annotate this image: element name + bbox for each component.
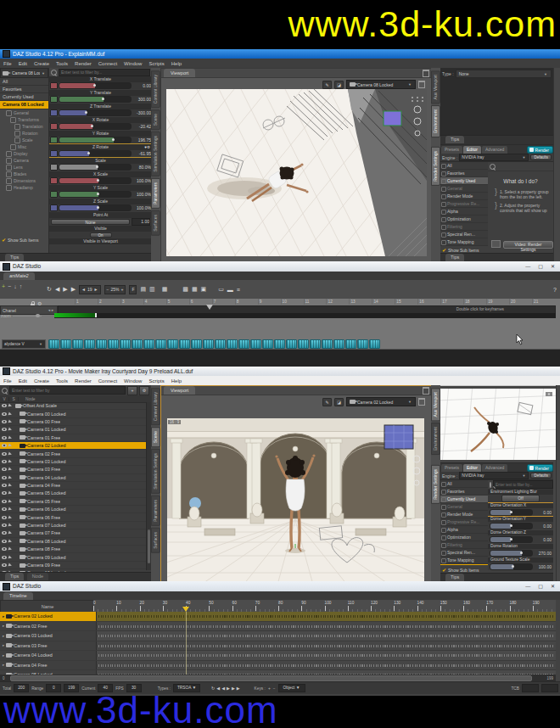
remove-icon[interactable]: − (8, 283, 11, 289)
scene-row[interactable]: Camera 07 Locked (0, 522, 147, 529)
plus-icon[interactable]: + (120, 287, 123, 292)
slider-handle[interactable] (512, 565, 514, 568)
dock-tab-render-settings[interactable]: Render Settings (431, 465, 440, 504)
param-tree-item[interactable]: Camera (0, 157, 48, 164)
filter-input[interactable] (59, 69, 150, 76)
aniblock[interactable] (108, 339, 119, 349)
trash-icon[interactable]: ▭ (218, 286, 224, 293)
render-tab[interactable]: Editor (463, 464, 481, 472)
pointer-icon[interactable] (8, 468, 12, 472)
aniblock[interactable] (48, 339, 59, 349)
dock-tab[interactable]: Aux Viewport (431, 70, 440, 104)
list-icon[interactable]: ≡ (237, 287, 240, 293)
scene-row[interactable]: Camera 00 Locked (0, 410, 147, 417)
slider-value[interactable]: 80.0% (132, 165, 151, 170)
close-button[interactable]: ✕ (551, 581, 555, 591)
dock-tab[interactable]: Simulation Settings (151, 132, 160, 176)
show-sub-items[interactable]: ✔ Show Sub Items (2, 237, 38, 243)
slider-handle[interactable] (97, 206, 99, 209)
menu-item[interactable]: Connect (98, 61, 117, 66)
tips-tab[interactable]: Tips (5, 254, 24, 261)
pointer-icon[interactable] (8, 523, 12, 527)
scene-row[interactable]: Camera 03 Locked (0, 458, 147, 466)
track-name-cell[interactable]: ▸ Camera 02 Locked (0, 612, 97, 621)
draw-style-icon[interactable]: ✎ (322, 81, 332, 89)
keyframe-track[interactable] (97, 661, 556, 670)
property-group[interactable]: Render Mode (440, 511, 488, 518)
aniblock[interactable] (333, 339, 344, 349)
slider-value[interactable]: 100.0% (132, 192, 151, 197)
property-value[interactable]: 0.00 (535, 537, 552, 542)
defaults-button[interactable]: Defaults (530, 154, 552, 160)
param-tree-item[interactable]: Display (0, 150, 48, 157)
dock-tab[interactable]: Parameters (151, 496, 160, 526)
aniblock[interactable] (322, 339, 333, 349)
dock-tab[interactable]: Content Library (151, 388, 160, 425)
aniblock[interactable] (120, 339, 131, 349)
menu-item[interactable]: Create (34, 378, 49, 384)
property-group[interactable]: Currently Used (440, 177, 488, 185)
dock-icon[interactable] (423, 70, 429, 77)
viewport-3d-scene-topdown[interactable] (166, 89, 427, 256)
render-tab[interactable]: Advanced (482, 464, 507, 472)
scene-row[interactable]: Camera 09 Locked (0, 553, 147, 561)
dock-icon[interactable] (423, 387, 429, 395)
expander-icon[interactable]: ▸ (3, 614, 4, 619)
slider-handle[interactable] (520, 552, 523, 554)
property-value[interactable]: Off (501, 495, 540, 502)
eye-icon[interactable] (2, 531, 7, 535)
dock-tab[interactable]: Content Library (151, 70, 160, 108)
dock-tab[interactable]: Environment (431, 423, 440, 455)
render-button[interactable]: Render (527, 146, 553, 154)
skip-end-icon[interactable]: ▶ (71, 286, 76, 293)
property-group[interactable]: Favorites (440, 488, 488, 496)
slider-track[interactable] (59, 96, 132, 103)
property-group[interactable]: Environment (440, 564, 488, 565)
scene-row[interactable]: Camera 02 Free (0, 450, 147, 457)
track-name-cell[interactable]: ▸ Camera 02 Free (0, 622, 97, 631)
expander-icon[interactable]: ▸ (3, 643, 4, 647)
titlebar[interactable]: DAZ Studio 4.12 Pro - Movie Maker Iray C… (0, 367, 560, 376)
slider-handle[interactable] (93, 84, 96, 87)
render-button[interactable]: Render (527, 464, 553, 472)
scene-row[interactable]: Camera 00 Free (0, 418, 147, 426)
timeline-row[interactable]: ▸ Camera 04 Free (0, 661, 556, 671)
aniblock[interactable] (345, 339, 356, 349)
param-tree-item[interactable]: Scale (0, 137, 48, 143)
aux-viewport-scene[interactable] (440, 389, 557, 460)
move-down-icon[interactable]: ↓ (14, 283, 17, 289)
menu-item[interactable]: Tools (56, 378, 68, 384)
eye-icon[interactable] (2, 436, 7, 440)
timeline-scrollbar[interactable]: 0 199 (0, 675, 556, 681)
scene-row[interactable]: Camera 06 Locked (0, 506, 147, 513)
expand-icon[interactable]: ▥ (149, 286, 155, 293)
menu-item[interactable]: Connect (98, 378, 117, 384)
slider-handle[interactable] (510, 511, 512, 513)
close-button[interactable]: ✕ (551, 261, 555, 272)
pointer-icon[interactable] (8, 555, 12, 559)
slider-handle[interactable] (510, 538, 512, 540)
property-group[interactable]: Optimization (440, 534, 488, 541)
eye-icon[interactable] (2, 540, 7, 543)
menu-item[interactable]: Edit (19, 61, 27, 66)
property-value[interactable]: 100.00 (535, 564, 552, 569)
menu-item[interactable]: File (3, 378, 12, 384)
slider-handle[interactable] (87, 152, 90, 154)
spin-left-icon[interactable]: ◄ (81, 287, 86, 292)
pointer-icon[interactable] (8, 499, 12, 503)
slider-track[interactable] (59, 109, 132, 116)
property-group[interactable]: Spectral Ren... (440, 549, 488, 557)
pointer-icon[interactable] (8, 547, 12, 552)
aniblock[interactable] (179, 339, 190, 349)
pointer-icon[interactable] (8, 404, 12, 408)
pointer-icon[interactable] (8, 419, 12, 423)
param-nav-item[interactable]: Currently Used (0, 93, 48, 101)
frame-spinner[interactable]: ◄ 19 ► (79, 285, 100, 294)
menu-item[interactable]: Window (124, 61, 142, 66)
engine-select[interactable]: NVIDIA Iray ▼ (459, 472, 529, 479)
aniblock[interactable] (167, 339, 178, 349)
aniblock[interactable] (227, 339, 238, 349)
keyframe-track[interactable] (97, 631, 556, 641)
help-icon[interactable]: ? (553, 287, 557, 293)
slider-handle[interactable] (510, 524, 512, 527)
